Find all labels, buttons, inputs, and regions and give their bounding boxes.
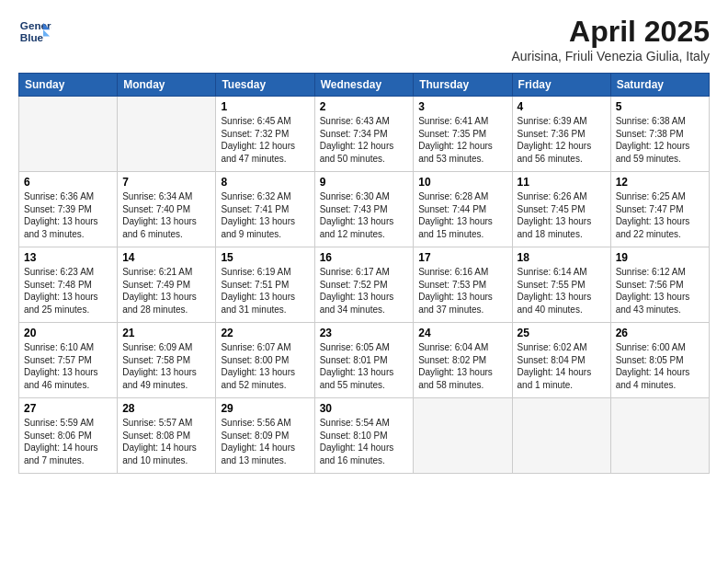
day-info: Sunrise: 6:10 AM Sunset: 7:57 PM Dayligh… <box>24 341 112 391</box>
calendar-header-row: SundayMondayTuesdayWednesdayThursdayFrid… <box>19 74 710 97</box>
day-info: Sunrise: 6:00 AM Sunset: 8:05 PM Dayligh… <box>616 341 704 391</box>
day-cell: 16Sunrise: 6:17 AM Sunset: 7:52 PM Dayli… <box>314 247 414 323</box>
day-info: Sunrise: 5:57 AM Sunset: 8:08 PM Dayligh… <box>122 417 210 466</box>
day-info: Sunrise: 6:23 AM Sunset: 7:48 PM Dayligh… <box>24 266 112 316</box>
day-number: 5 <box>616 100 704 113</box>
day-number: 24 <box>418 327 506 339</box>
day-info: Sunrise: 6:41 AM Sunset: 7:35 PM Dayligh… <box>418 115 506 165</box>
logo-icon: General Blue <box>18 15 51 48</box>
day-cell: 5Sunrise: 6:38 AM Sunset: 7:38 PM Daylig… <box>610 97 709 172</box>
day-number: 25 <box>518 327 606 339</box>
day-info: Sunrise: 6:34 AM Sunset: 7:40 PM Dayligh… <box>122 190 210 240</box>
day-info: Sunrise: 6:14 AM Sunset: 7:55 PM Dayligh… <box>518 266 606 316</box>
day-number: 10 <box>418 176 506 189</box>
day-cell <box>610 398 709 474</box>
day-cell: 26Sunrise: 6:00 AM Sunset: 8:05 PM Dayli… <box>610 323 709 398</box>
day-cell: 4Sunrise: 6:39 AM Sunset: 7:36 PM Daylig… <box>512 97 610 172</box>
week-row-2: 6Sunrise: 6:36 AM Sunset: 7:39 PM Daylig… <box>19 172 710 247</box>
week-row-1: 1Sunrise: 6:45 AM Sunset: 7:32 PM Daylig… <box>19 97 710 172</box>
day-number: 7 <box>122 176 210 189</box>
day-cell: 10Sunrise: 6:28 AM Sunset: 7:44 PM Dayli… <box>414 172 512 247</box>
svg-text:Blue: Blue <box>20 31 44 43</box>
day-number: 12 <box>616 176 704 189</box>
day-number: 26 <box>616 327 704 339</box>
day-info: Sunrise: 5:59 AM Sunset: 8:06 PM Dayligh… <box>24 417 112 466</box>
day-cell: 2Sunrise: 6:43 AM Sunset: 7:34 PM Daylig… <box>314 97 414 172</box>
day-number: 16 <box>320 251 409 264</box>
day-number: 20 <box>24 327 112 339</box>
day-info: Sunrise: 6:16 AM Sunset: 7:53 PM Dayligh… <box>418 266 506 316</box>
day-number: 4 <box>518 100 606 113</box>
day-info: Sunrise: 6:39 AM Sunset: 7:36 PM Dayligh… <box>518 115 606 165</box>
svg-text:General: General <box>20 19 51 31</box>
day-cell: 3Sunrise: 6:41 AM Sunset: 7:35 PM Daylig… <box>414 97 512 172</box>
day-cell <box>118 97 216 172</box>
day-cell: 19Sunrise: 6:12 AM Sunset: 7:56 PM Dayli… <box>610 247 709 323</box>
day-info: Sunrise: 6:38 AM Sunset: 7:38 PM Dayligh… <box>616 115 704 165</box>
month-title: April 2025 <box>511 15 710 49</box>
day-cell: 21Sunrise: 6:09 AM Sunset: 7:58 PM Dayli… <box>118 323 216 398</box>
day-cell: 23Sunrise: 6:05 AM Sunset: 8:01 PM Dayli… <box>314 323 414 398</box>
day-number: 17 <box>418 251 506 264</box>
day-cell: 30Sunrise: 5:54 AM Sunset: 8:10 PM Dayli… <box>314 398 414 474</box>
day-info: Sunrise: 6:07 AM Sunset: 8:00 PM Dayligh… <box>221 341 309 391</box>
day-cell: 8Sunrise: 6:32 AM Sunset: 7:41 PM Daylig… <box>216 172 314 247</box>
day-cell: 13Sunrise: 6:23 AM Sunset: 7:48 PM Dayli… <box>19 247 118 323</box>
day-number: 14 <box>122 251 210 264</box>
day-cell: 28Sunrise: 5:57 AM Sunset: 8:08 PM Dayli… <box>118 398 216 474</box>
day-info: Sunrise: 6:36 AM Sunset: 7:39 PM Dayligh… <box>24 190 112 240</box>
day-number: 27 <box>24 402 112 415</box>
day-number: 13 <box>24 251 112 264</box>
location: Aurisina, Friuli Venezia Giulia, Italy <box>511 49 710 63</box>
day-cell: 20Sunrise: 6:10 AM Sunset: 7:57 PM Dayli… <box>19 323 118 398</box>
day-cell <box>512 398 610 474</box>
day-info: Sunrise: 6:32 AM Sunset: 7:41 PM Dayligh… <box>221 190 309 240</box>
day-info: Sunrise: 6:25 AM Sunset: 7:47 PM Dayligh… <box>616 190 704 240</box>
title-block: April 2025 Aurisina, Friuli Venezia Giul… <box>511 15 710 63</box>
week-row-5: 27Sunrise: 5:59 AM Sunset: 8:06 PM Dayli… <box>19 398 710 474</box>
day-number: 19 <box>616 251 704 264</box>
day-number: 11 <box>518 176 606 189</box>
day-cell: 27Sunrise: 5:59 AM Sunset: 8:06 PM Dayli… <box>19 398 118 474</box>
day-cell: 15Sunrise: 6:19 AM Sunset: 7:51 PM Dayli… <box>216 247 314 323</box>
day-number: 9 <box>320 176 409 189</box>
day-number: 1 <box>221 100 309 113</box>
header-cell-tuesday: Tuesday <box>216 74 314 97</box>
day-number: 2 <box>320 100 409 113</box>
day-info: Sunrise: 6:19 AM Sunset: 7:51 PM Dayligh… <box>221 266 309 316</box>
page: General Blue April 2025 Aurisina, Friuli… <box>0 0 728 563</box>
day-number: 21 <box>122 327 210 339</box>
header-cell-thursday: Thursday <box>414 74 512 97</box>
week-row-4: 20Sunrise: 6:10 AM Sunset: 7:57 PM Dayli… <box>19 323 710 398</box>
day-cell: 6Sunrise: 6:36 AM Sunset: 7:39 PM Daylig… <box>19 172 118 247</box>
header: General Blue April 2025 Aurisina, Friuli… <box>18 15 710 63</box>
logo: General Blue <box>18 15 51 48</box>
day-cell: 7Sunrise: 6:34 AM Sunset: 7:40 PM Daylig… <box>118 172 216 247</box>
day-info: Sunrise: 6:09 AM Sunset: 7:58 PM Dayligh… <box>122 341 210 391</box>
day-cell: 18Sunrise: 6:14 AM Sunset: 7:55 PM Dayli… <box>512 247 610 323</box>
header-cell-sunday: Sunday <box>19 74 118 97</box>
day-cell <box>414 398 512 474</box>
day-cell: 17Sunrise: 6:16 AM Sunset: 7:53 PM Dayli… <box>414 247 512 323</box>
day-cell: 1Sunrise: 6:45 AM Sunset: 7:32 PM Daylig… <box>216 97 314 172</box>
day-number: 30 <box>320 402 409 415</box>
day-info: Sunrise: 5:54 AM Sunset: 8:10 PM Dayligh… <box>320 417 409 466</box>
day-info: Sunrise: 6:43 AM Sunset: 7:34 PM Dayligh… <box>320 115 409 165</box>
week-row-3: 13Sunrise: 6:23 AM Sunset: 7:48 PM Dayli… <box>19 247 710 323</box>
header-cell-wednesday: Wednesday <box>314 74 414 97</box>
day-cell <box>19 97 118 172</box>
day-cell: 9Sunrise: 6:30 AM Sunset: 7:43 PM Daylig… <box>314 172 414 247</box>
day-number: 3 <box>418 100 506 113</box>
day-number: 22 <box>221 327 309 339</box>
day-info: Sunrise: 6:05 AM Sunset: 8:01 PM Dayligh… <box>320 341 409 391</box>
day-cell: 11Sunrise: 6:26 AM Sunset: 7:45 PM Dayli… <box>512 172 610 247</box>
day-number: 8 <box>221 176 309 189</box>
day-number: 6 <box>24 176 112 189</box>
header-cell-saturday: Saturday <box>610 74 709 97</box>
day-cell: 12Sunrise: 6:25 AM Sunset: 7:47 PM Dayli… <box>610 172 709 247</box>
day-info: Sunrise: 5:56 AM Sunset: 8:09 PM Dayligh… <box>221 417 309 466</box>
day-number: 18 <box>518 251 606 264</box>
day-number: 23 <box>320 327 409 339</box>
day-number: 28 <box>122 402 210 415</box>
header-cell-friday: Friday <box>512 74 610 97</box>
